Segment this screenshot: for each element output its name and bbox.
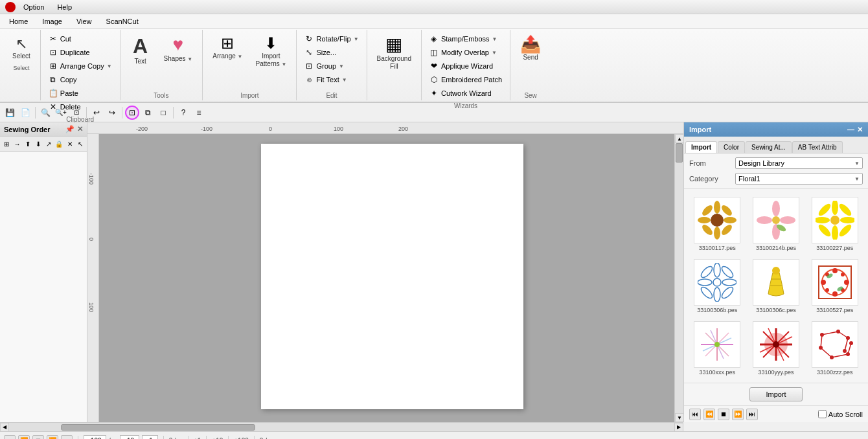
status-nav-first[interactable]: ⏮ (4, 435, 16, 440)
sewing-lock[interactable]: 🔒 (54, 139, 63, 150)
title-bar: Option Help (0, 0, 868, 14)
from-select[interactable]: Design Library ▼ (735, 157, 863, 169)
scroll-right-button[interactable]: ▶ (674, 423, 683, 432)
cut-button[interactable]: ✂ Cut (45, 32, 116, 45)
import-patterns-button[interactable]: ⬇ ImportPatterns ▼ (250, 32, 293, 71)
paste-button[interactable]: 📋 Paste (45, 87, 116, 100)
menu-home[interactable]: Home (3, 16, 34, 27)
arrange-button[interactable]: ⊞ Arrange ▼ (207, 32, 248, 63)
sewing-move-down[interactable]: ⬇ (34, 139, 43, 150)
copy-button[interactable]: ⧉ Copy (45, 73, 116, 86)
tab-import[interactable]: Import (685, 141, 717, 153)
view-toggle-button[interactable]: ⧉ (141, 106, 155, 120)
help-menu[interactable]: Help (57, 3, 72, 11)
arrange-copy-button[interactable]: ⊞ Arrange Copy ▼ (45, 60, 116, 73)
tab-sewing-at[interactable]: Sewing At... (746, 141, 792, 153)
status-coord-z[interactable] (142, 435, 158, 440)
size-button[interactable]: ⤡ Size... (301, 46, 362, 59)
text-button[interactable]: A Text (124, 32, 157, 69)
status-nav-prev[interactable]: ⏪ (18, 435, 30, 440)
menu-scanncut[interactable]: ScanNCut (100, 16, 145, 27)
help-button[interactable]: ? (176, 106, 190, 120)
scrollbar-horizontal[interactable]: ◀ ▶ (0, 422, 683, 431)
category-select[interactable]: Floral1 ▼ (735, 173, 863, 185)
svg-point-20 (840, 217, 854, 223)
play-prev-button[interactable]: ⏪ (703, 409, 715, 420)
tab-ab-text[interactable]: AB Text Attrib (792, 141, 843, 153)
save-button[interactable]: 💾 (3, 106, 17, 120)
select-button-arrow[interactable]: ↖ Select (6, 32, 36, 63)
sewing-move-top[interactable]: ↗ (44, 139, 53, 150)
design-item-3[interactable]: 33100227.pes (806, 194, 863, 254)
panel-pin-icon[interactable]: 📌 (65, 125, 74, 133)
panel-close-button[interactable]: ✕ (77, 125, 83, 133)
play-first-button[interactable]: ⏮ (689, 409, 701, 420)
tab-color[interactable]: Color (718, 141, 745, 153)
embroidered-patch-button[interactable]: ⬡ Embroidered Patch (426, 73, 506, 86)
stamp-label: Stamp/Emboss (441, 35, 490, 43)
svg-point-86 (819, 346, 823, 350)
design-item-5[interactable]: 33100306c.pes (748, 256, 805, 316)
modify-overlap-button[interactable]: ◫ Modify Overlap ▼ (426, 46, 506, 59)
redo-button[interactable]: ↪ (105, 106, 119, 120)
stamp-emboss-button[interactable]: ◈ Stamp/Emboss ▼ (426, 32, 506, 45)
zoom-out-button[interactable]: 🔍 (38, 106, 52, 120)
design-item-1[interactable]: 33100117.pes (689, 194, 746, 254)
play-last-button[interactable]: ⏭ (746, 409, 758, 420)
menu-view[interactable]: View (70, 16, 98, 27)
import-execute-button[interactable]: Import (749, 387, 802, 401)
svg-point-30 (700, 265, 714, 280)
new-button[interactable]: 📄 (18, 106, 32, 120)
shapes-button[interactable]: ♥ Shapes ▼ (158, 32, 199, 66)
highlighted-button[interactable]: ⊡ (125, 106, 139, 120)
status-nav-stop[interactable]: ⏹ (32, 435, 44, 440)
scroll-v-thumb[interactable] (676, 143, 683, 163)
scroll-left-button[interactable]: ◀ (0, 423, 9, 432)
svg-point-25 (713, 278, 721, 286)
fit-text-button[interactable]: ⌾ Fit Text ▼ (301, 73, 362, 86)
scroll-h-thumb[interactable] (61, 424, 255, 431)
cutwork-wizard-button[interactable]: ✦ Cutwork Wizard (426, 87, 506, 100)
arrange-copy-icon: ⊞ (49, 62, 58, 71)
import-panel-close-button[interactable]: ✕ (857, 126, 863, 134)
zoom-in-button[interactable]: 🔍+ (54, 106, 68, 120)
scroll-up-button[interactable]: ▲ (675, 134, 683, 143)
sewing-move-up[interactable]: ⬆ (23, 139, 32, 150)
canvas-area[interactable]: -200 -100 0 100 200 -100 0 100 ▲ (87, 122, 683, 422)
option-menu[interactable]: Option (23, 3, 44, 11)
sewing-add-button[interactable]: ⊞ (2, 139, 11, 150)
applique-wizard-button[interactable]: ❤ Applique Wizard (426, 60, 506, 73)
undo-button[interactable]: ↩ (89, 106, 104, 120)
status-nav-next[interactable]: ⏩ (47, 435, 58, 440)
auto-scroll-checkbox[interactable] (818, 410, 827, 418)
design-item-2[interactable]: 33100214b.pes (748, 194, 805, 254)
category-row: Category Floral1 ▼ (689, 173, 863, 185)
canvas-viewport[interactable] (99, 134, 683, 422)
zoom-fit-button[interactable]: ⊡ (69, 106, 84, 120)
frame-button[interactable]: □ (156, 106, 170, 120)
menu-button[interactable]: ≡ (192, 106, 206, 120)
sewing-select-arrow[interactable]: ↖ (76, 139, 85, 150)
status-coord-x[interactable] (84, 435, 106, 440)
status-coord-y[interactable] (120, 435, 139, 440)
send-button[interactable]: 📤 Send (514, 32, 547, 65)
status-nav-last[interactable]: ⏭ (61, 435, 73, 440)
design-item-9[interactable]: 33100zzz.pes (806, 319, 863, 378)
scrollbar-vertical[interactable]: ▲ ▼ (674, 134, 683, 422)
duplicate-button[interactable]: ⊡ Duplicate (45, 46, 116, 59)
rotate-flip-button[interactable]: ↻ Rotate/Flip ▼ (301, 32, 362, 45)
sewing-delete[interactable]: ✕ (65, 139, 74, 150)
design-item-8[interactable]: 33100yyy.pes (748, 319, 805, 378)
import-panel-minimize[interactable]: — (847, 126, 854, 134)
design-item-7[interactable]: 33100xxx.pes (689, 319, 746, 378)
ruler-mark-100: 100 (334, 126, 343, 132)
scroll-down-button[interactable]: ▼ (675, 413, 683, 422)
play-next-button[interactable]: ⏩ (732, 409, 744, 420)
background-fill-button[interactable]: ▦ BackgroundFill (371, 32, 417, 74)
design-item-4[interactable]: 33100306b.pes (689, 256, 746, 316)
play-stop-button[interactable]: ⏹ (718, 409, 729, 420)
menu-image[interactable]: Image (36, 16, 69, 27)
design-item-6[interactable]: 33100527.pes (806, 256, 863, 316)
sewing-move-right[interactable]: → (12, 139, 21, 150)
group-button[interactable]: ⊡ Group ▼ (301, 60, 362, 73)
